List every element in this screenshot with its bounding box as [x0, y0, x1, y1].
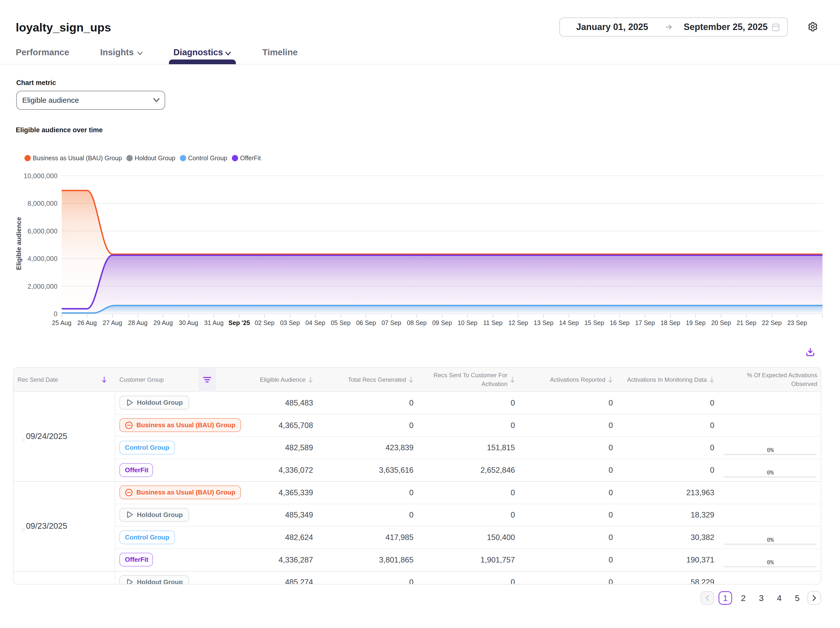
svg-text:31 Aug: 31 Aug — [204, 319, 224, 326]
svg-text:Eligible audience: Eligible audience — [15, 217, 22, 270]
svg-text:6,000,000: 6,000,000 — [27, 228, 57, 235]
svg-text:19 Sep: 19 Sep — [686, 319, 706, 326]
svg-text:12 Sep: 12 Sep — [508, 319, 528, 326]
svg-text:02 Sep: 02 Sep — [254, 319, 274, 326]
svg-text:25 Aug: 25 Aug — [52, 319, 71, 326]
svg-text:18 Sep: 18 Sep — [660, 319, 680, 326]
svg-text:26 Aug: 26 Aug — [77, 319, 97, 326]
svg-text:22 Sep: 22 Sep — [762, 319, 782, 326]
svg-text:11 Sep: 11 Sep — [483, 319, 502, 326]
svg-text:30 Aug: 30 Aug — [179, 319, 198, 326]
svg-text:16 Sep: 16 Sep — [609, 319, 629, 326]
svg-text:05 Sep: 05 Sep — [331, 319, 351, 326]
svg-text:07 Sep: 07 Sep — [382, 319, 401, 326]
svg-text:17 Sep: 17 Sep — [635, 319, 655, 326]
svg-text:03 Sep: 03 Sep — [280, 319, 300, 326]
svg-text:4,000,000: 4,000,000 — [27, 255, 57, 263]
svg-text:13 Sep: 13 Sep — [534, 319, 553, 326]
svg-text:29 Aug: 29 Aug — [153, 319, 173, 326]
svg-text:8,000,000: 8,000,000 — [27, 200, 57, 207]
svg-text:21 Sep: 21 Sep — [737, 319, 756, 326]
svg-text:23 Sep: 23 Sep — [787, 319, 807, 326]
svg-text:28 Aug: 28 Aug — [128, 319, 148, 326]
svg-text:20 Sep: 20 Sep — [711, 319, 731, 326]
svg-text:08 Sep: 08 Sep — [407, 319, 426, 326]
svg-text:2,000,000: 2,000,000 — [27, 283, 57, 290]
svg-text:04 Sep: 04 Sep — [305, 319, 325, 326]
svg-text:09 Sep: 09 Sep — [432, 319, 452, 326]
svg-text:10,000,000: 10,000,000 — [24, 172, 57, 180]
svg-text:06 Sep: 06 Sep — [356, 319, 376, 326]
svg-text:27 Aug: 27 Aug — [103, 319, 122, 326]
svg-text:Sep '25: Sep '25 — [228, 319, 250, 326]
svg-text:15 Sep: 15 Sep — [584, 319, 604, 326]
svg-text:0: 0 — [54, 310, 57, 318]
svg-text:10 Sep: 10 Sep — [458, 319, 477, 326]
svg-text:14 Sep: 14 Sep — [559, 319, 579, 326]
